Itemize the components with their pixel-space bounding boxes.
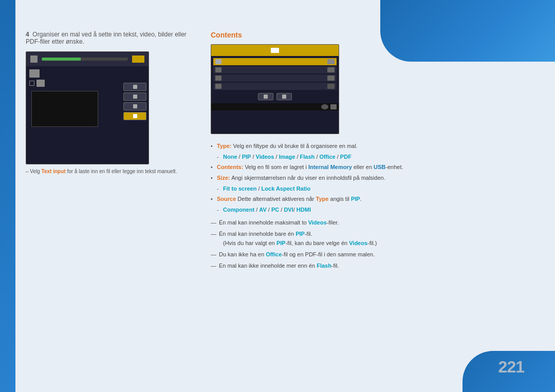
- mockup-btn-3: [123, 102, 146, 110]
- mockup-btn-4-yellow: [123, 112, 146, 120]
- right-row-icon-r2: [327, 67, 335, 72]
- mockup-btn-icon-1: [133, 85, 137, 89]
- right-ui-mockup: [211, 44, 339, 134]
- mockup-btn-2: [123, 92, 146, 101]
- bullet-source: Source Dette alternativet aktiveres når …: [211, 194, 545, 204]
- mockup-right-row-2: [213, 66, 337, 73]
- note-text: – Velg Text input for å laste inn en fil…: [26, 169, 190, 174]
- left-section: 4 Organiser en mal ved å sette inn tekst…: [26, 31, 190, 272]
- mockup-btn-icon-2: [133, 95, 137, 99]
- mockup-bottom-btn-2[interactable]: [276, 93, 292, 100]
- right-row-icon-3: [215, 76, 221, 81]
- bottom-btn-icon-2: [282, 95, 286, 99]
- mockup-right-top-icon: [271, 48, 279, 53]
- left-ui-mockup: [26, 51, 149, 164]
- right-row-icon-r1: [327, 59, 335, 64]
- page-number: 221: [498, 358, 524, 377]
- bullet-source-sub: Component / AV / PC / DVI/ HDMI: [211, 205, 545, 215]
- mockup-right-row-3: [213, 74, 337, 82]
- right-section: Contents: [211, 31, 545, 272]
- mockup-right-row-4: [213, 83, 337, 90]
- bottom-bar-icon-2: [330, 104, 337, 109]
- bullet-contents: Contents: Velg en fil som er lagret i In…: [211, 162, 545, 172]
- bullet-size: Size: Angi skjermstørrelsen når du viser…: [211, 173, 545, 183]
- mockup-bottom-btn-1[interactable]: [258, 93, 273, 100]
- mockup-btn-icon-4: [133, 114, 137, 118]
- mockup-bottom-buttons: [213, 92, 337, 101]
- dash-item-2: Én mal kan inneholde bare én PIP-fil. (H…: [211, 229, 545, 248]
- dash-items: Én mal kan inneholde maksimalt to Videos…: [211, 218, 545, 270]
- mockup-checkbox: [29, 81, 34, 86]
- contents-title: Contents: [211, 31, 545, 39]
- dash-item-1: Én mal kan inneholde maksimalt to Videos…: [211, 218, 545, 228]
- right-row-icon-r4: [327, 84, 335, 89]
- right-row-icon-1: [215, 59, 221, 64]
- mockup-right-body: [211, 56, 339, 103]
- right-row-icon-r3: [327, 76, 335, 81]
- mockup-content-area: [31, 91, 98, 127]
- dash-item-3: Du kan ikke ha en Office-fil og en PDF-f…: [211, 250, 545, 259]
- bullet-size-sub: Fit to screen / Lock Aspect Ratio: [211, 184, 545, 194]
- mockup-top-icon: [30, 55, 38, 63]
- bottom-bar-icon-1: [321, 104, 328, 109]
- bottom-btn-icon-1: [264, 95, 268, 99]
- progress-bar-fill: [42, 58, 81, 61]
- right-row-icon-2: [215, 67, 221, 72]
- bullet-type-sub: None / PIP / Videos / Image / Flash / Of…: [211, 152, 545, 162]
- mockup-top-bar: [26, 52, 149, 66]
- mockup-icon-2: [36, 80, 45, 87]
- mockup-btn-1: [123, 83, 146, 91]
- mockup-icon-1: [29, 69, 40, 78]
- mockup-right-row-1: [213, 58, 337, 65]
- step-header: 4 Organiser en mal ved å sette inn tekst…: [26, 31, 190, 45]
- mockup-top-btn: [132, 55, 144, 63]
- bullet-type: Type: Velg en filtype du vil bruke til å…: [211, 141, 545, 151]
- progress-bar-container: [42, 58, 128, 61]
- mockup-row-1: [29, 69, 145, 78]
- mockup-right-top: [211, 45, 339, 56]
- mockup-right-buttons: [123, 83, 146, 120]
- text-content: Type: Velg en filtype du vil bruke til å…: [211, 141, 545, 270]
- bg-decoration-left: [0, 0, 15, 392]
- right-row-icon-4: [215, 84, 221, 89]
- mockup-btn-icon-3: [133, 104, 137, 108]
- dash-item-4: En mal kan ikke inneholde mer enn én Fla…: [211, 261, 545, 271]
- bullet-list: Type: Velg en filtype du vil bruke til å…: [211, 141, 545, 215]
- mockup-bottom-bar: [211, 103, 339, 110]
